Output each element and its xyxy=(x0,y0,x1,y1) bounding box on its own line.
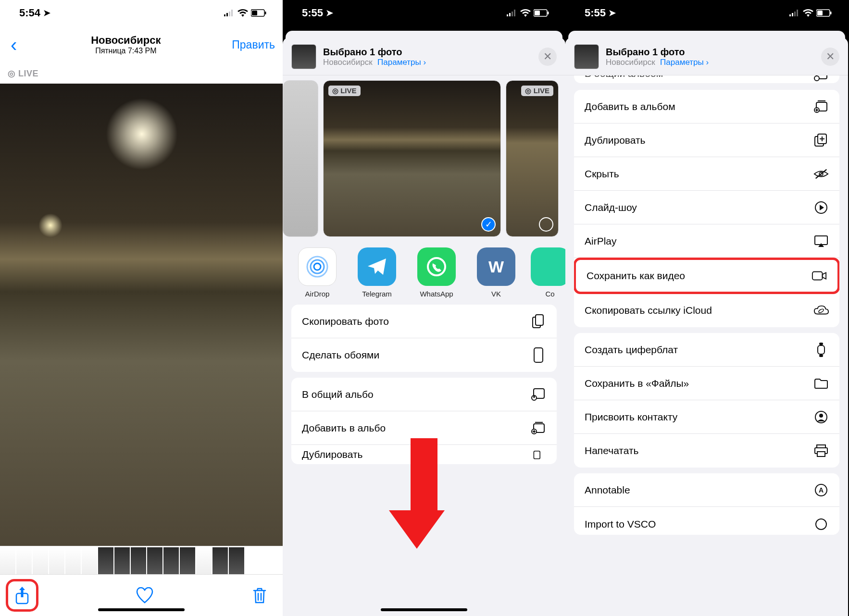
app-airdrop[interactable]: AirDrop xyxy=(292,247,342,298)
sheet-location: Новосибирск xyxy=(606,58,655,67)
delete-button[interactable] xyxy=(251,587,268,604)
action-copy-photo[interactable]: Скопировать фото xyxy=(291,305,557,338)
close-button[interactable]: ✕ xyxy=(821,48,839,66)
share-apps-row[interactable]: AirDrop Telegram WhatsApp W VK Co xyxy=(283,242,565,302)
action-copy-icloud[interactable]: Скопировать ссылку iCloud xyxy=(574,294,839,327)
sheet-options-link[interactable]: Параметры › xyxy=(377,58,426,67)
action-label: Добавить в альбом xyxy=(585,101,675,112)
sheet-title: Выбрано 1 фото xyxy=(323,47,532,58)
home-indicator[interactable] xyxy=(381,608,467,611)
shared-album-icon xyxy=(813,75,829,81)
action-label: Import to VSCO xyxy=(585,518,656,530)
action-add-album[interactable]: Добавить в альбо xyxy=(291,411,557,445)
play-icon xyxy=(813,200,829,215)
action-hide[interactable]: Скрыть xyxy=(574,157,839,191)
back-button[interactable]: ‹ xyxy=(8,35,20,54)
svg-rect-51 xyxy=(819,355,823,357)
action-shared-album-peek[interactable]: В общий альбом xyxy=(574,75,839,83)
action-print[interactable]: Напечатать xyxy=(574,434,839,468)
actions-scroll[interactable]: В общий альбом Добавить в альбом Дублиро… xyxy=(565,75,848,616)
sheet-location: Новосибирск xyxy=(323,58,373,67)
shared-album-icon xyxy=(531,387,546,402)
action-label: Сохранить как видео xyxy=(587,270,685,282)
action-watch-face[interactable]: Создать циферблат xyxy=(574,333,839,367)
live-photo-badge: ◎ LIVE xyxy=(0,63,283,84)
share-sheet: Выбрано 1 фото Новосибирск Параметры › ✕… xyxy=(283,37,565,616)
status-time: 5:54 xyxy=(19,7,40,19)
close-button[interactable]: ✕ xyxy=(538,48,557,66)
action-airplay[interactable]: AirPlay xyxy=(574,224,839,258)
photo-previews[interactable]: ◎ LIVE ✓ ◎ LIVE xyxy=(283,75,565,242)
folder-icon xyxy=(813,376,829,391)
action-slideshow[interactable]: Слайд-шоу xyxy=(574,191,839,224)
svg-text:A: A xyxy=(819,486,824,494)
selection-empty-icon[interactable] xyxy=(539,217,553,232)
svg-rect-29 xyxy=(789,14,791,16)
svg-rect-31 xyxy=(794,12,796,16)
wifi-icon xyxy=(237,9,248,17)
preview-thumb-selected[interactable]: ◎ LIVE ✓ xyxy=(323,80,501,237)
cellular-icon xyxy=(507,10,517,16)
location-arrow-icon: ➤ xyxy=(609,8,616,18)
svg-rect-47 xyxy=(812,272,823,280)
nav-title-subtitle: Пятница 7:43 PM xyxy=(20,47,232,55)
favorite-button[interactable] xyxy=(136,587,153,604)
telegram-icon xyxy=(358,247,396,286)
app-telegram[interactable]: Telegram xyxy=(352,247,402,298)
panel-share-sheet-top: 5:55➤ Выбрано 1 фото Новосибирск Парамет… xyxy=(283,0,565,616)
action-set-wallpaper[interactable]: Сделать обоями xyxy=(291,338,557,372)
cellular-icon xyxy=(224,10,235,16)
svg-rect-28 xyxy=(534,451,540,459)
filmstrip[interactable] xyxy=(0,546,283,575)
status-bar: 5:55➤ xyxy=(565,0,848,26)
nav-bar: ‹ Новосибирск Пятница 7:43 PM Править xyxy=(0,26,283,63)
edit-button[interactable]: Править xyxy=(232,38,275,51)
app-label: AirDrop xyxy=(292,290,342,298)
svg-point-18 xyxy=(428,258,445,275)
sheet-thumbnail xyxy=(291,44,316,69)
cellular-icon xyxy=(789,10,800,16)
preview-thumb-next[interactable]: ◎ LIVE xyxy=(506,80,559,237)
action-label: В общий альбо xyxy=(302,389,374,400)
svg-rect-49 xyxy=(818,345,824,354)
app-label: VK xyxy=(471,290,521,298)
icloud-link-icon xyxy=(813,303,829,318)
app-whatsapp[interactable]: WhatsApp xyxy=(412,247,462,298)
svg-rect-20 xyxy=(536,315,543,325)
svg-point-48 xyxy=(818,308,824,314)
action-save-as-video[interactable]: Сохранить как видео xyxy=(574,258,839,294)
svg-rect-34 xyxy=(817,11,823,15)
home-indicator[interactable] xyxy=(98,608,185,611)
svg-rect-0 xyxy=(224,14,225,16)
action-vsco-partial[interactable]: Import to VSCO xyxy=(574,507,839,535)
app-partial[interactable]: Co xyxy=(531,247,565,298)
panel-share-sheet-scrolled: 5:55➤ Выбрано 1 фото Новосибирск Парамет… xyxy=(565,0,848,616)
app-vk[interactable]: W VK xyxy=(471,247,521,298)
whatsapp-icon xyxy=(417,247,456,286)
duplicate-icon xyxy=(813,133,829,148)
sheet-header: Выбрано 1 фото Новосибирск Параметры › ✕ xyxy=(283,37,565,75)
svg-point-24 xyxy=(533,396,535,398)
action-label: Присвоить контакту xyxy=(585,411,677,423)
action-duplicate-partial[interactable]: Дублировать xyxy=(291,445,557,464)
action-label: Создать циферблат xyxy=(585,344,678,356)
share-button[interactable] xyxy=(13,587,31,604)
preview-thumb-prev[interactable] xyxy=(283,80,318,237)
action-duplicate[interactable]: Дублировать xyxy=(574,123,839,157)
action-label: Скрыть xyxy=(585,168,619,180)
sheet-options-link[interactable]: Параметры › xyxy=(660,58,709,67)
action-label: Сохранить в «Файлы» xyxy=(585,378,689,389)
action-add-album[interactable]: Добавить в альбом xyxy=(574,90,839,123)
nav-title: Новосибирск Пятница 7:43 PM xyxy=(20,34,232,55)
print-icon xyxy=(813,443,829,458)
location-arrow-icon: ➤ xyxy=(43,8,50,18)
svg-rect-14 xyxy=(548,12,549,14)
main-photo[interactable] xyxy=(0,84,283,546)
action-annotable[interactable]: Annotable A xyxy=(574,473,839,507)
duplicate-icon xyxy=(531,447,546,462)
selection-check-icon[interactable]: ✓ xyxy=(481,217,496,232)
action-shared-album[interactable]: В общий альбо xyxy=(291,378,557,411)
action-assign-contact[interactable]: Присвоить контакту xyxy=(574,400,839,434)
action-save-files[interactable]: Сохранить в «Файлы» xyxy=(574,367,839,400)
live-badge: ◎ LIVE xyxy=(521,86,553,96)
